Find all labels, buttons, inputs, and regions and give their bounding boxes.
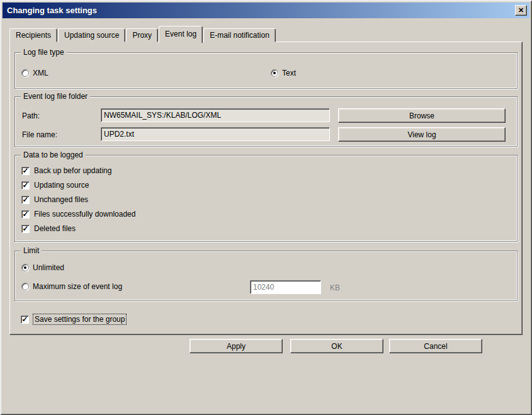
path-field[interactable]: NW65MAIL_SYS:/KLAB/LOG/XML [101, 108, 330, 122]
radio-xml[interactable]: XML [21, 68, 48, 78]
event-log-tab-panel: Log file type XML Text Event log file fo… [9, 42, 523, 335]
group-log-file-type-title: Log file type [21, 48, 67, 57]
check-icon: ✓ [21, 316, 28, 323]
check-icon: ✓ [22, 196, 28, 203]
radio-unlimited-label: Unlimited [33, 263, 64, 272]
apply-button[interactable]: Apply [190, 339, 283, 353]
tab-email-notification[interactable]: E-mail notification [203, 28, 276, 42]
cancel-button-label: Cancel [424, 342, 447, 351]
checkbox-box[interactable]: ✓ [21, 196, 30, 204]
cancel-button[interactable]: Cancel [389, 339, 482, 353]
group-event-log-file-folder: Event log file folder Path: NW65MAIL_SYS… [14, 96, 518, 147]
checkbox-back-up-befor-updating[interactable]: ✓ Back up befor updating [21, 166, 111, 176]
path-value: NW65MAIL_SYS:/KLAB/LOG/XML [104, 111, 221, 120]
tab-updating-source[interactable]: Updating source [58, 28, 125, 42]
radio-text[interactable]: Text [271, 68, 296, 78]
checkbox-files-successfully-downloaded[interactable]: ✓ Files successfully downloaded [21, 209, 135, 219]
checkbox-box[interactable]: ✓ [21, 181, 30, 190]
checkbox-label: Back up befor updating [34, 166, 111, 175]
group-limit-title: Limit [21, 246, 42, 255]
tab-proxy[interactable]: Proxy [126, 28, 158, 42]
browse-button-label: Browse [409, 111, 434, 120]
radio-maximum-size-label: Maximum size of event log [33, 282, 122, 291]
window-title: Changing task settings [7, 6, 515, 15]
checkbox-box[interactable]: ✓ [21, 316, 29, 324]
tab-event-log[interactable]: Event log [159, 26, 203, 43]
check-icon: ✓ [22, 181, 28, 189]
checkbox-unchanged-files[interactable]: ✓ Unchanged files [21, 195, 88, 205]
group-limit: Limit Unlimited Maximum size of event lo… [14, 251, 518, 301]
radio-unlimited-circle[interactable] [21, 264, 29, 271]
checkbox-box[interactable]: ✓ [21, 210, 30, 219]
checkbox-label: Deleted files [34, 224, 76, 233]
group-log-file-type: Log file type XML Text [14, 52, 518, 89]
view-log-button[interactable]: View log [338, 127, 506, 142]
file-name-value: UPD2.txt [104, 130, 134, 139]
close-icon: ✕ [518, 7, 524, 14]
tab-recipients[interactable]: Recipients [9, 28, 57, 42]
file-name-field[interactable]: UPD2.txt [101, 127, 330, 141]
max-size-input[interactable]: 10240 [250, 280, 321, 294]
view-log-button-label: View log [407, 130, 436, 139]
radio-maximum-size-circle[interactable] [21, 283, 29, 290]
tab-strip: Recipients Updating source Proxy Event l… [9, 25, 276, 42]
checkbox-deleted-files[interactable]: ✓ Deleted files [21, 224, 76, 234]
group-event-log-file-folder-title: Event log file folder [21, 92, 90, 101]
check-icon: ✓ [22, 167, 28, 174]
close-button[interactable]: ✕ [515, 5, 527, 16]
radio-xml-circle[interactable] [21, 69, 29, 77]
dialog-window: Changing task settings ✕ Recipients Upda… [0, 0, 532, 415]
radio-text-label: Text [282, 69, 296, 77]
radio-xml-label: XML [33, 69, 48, 77]
radio-unlimited[interactable]: Unlimited [21, 263, 64, 273]
checkbox-updating-source[interactable]: ✓ Updating source [21, 180, 89, 190]
path-label: Path: [22, 111, 40, 121]
ok-button-label: OK [331, 342, 342, 351]
radio-text-circle[interactable] [271, 69, 278, 77]
browse-button[interactable]: Browse [338, 108, 506, 123]
checkbox-save-settings-for-group[interactable]: ✓ Save settings for the group [21, 314, 126, 324]
check-icon: ✓ [22, 210, 28, 218]
group-data-to-be-logged: Data to be logged ✓ Back up befor updati… [14, 155, 518, 242]
check-icon: ✓ [22, 225, 28, 232]
checkbox-label: Updating source [34, 181, 89, 190]
max-size-unit-label: KB [330, 283, 340, 293]
checkbox-label: Save settings for the group [33, 314, 126, 324]
max-size-value: 10240 [253, 283, 274, 292]
radio-maximum-size[interactable]: Maximum size of event log [21, 281, 122, 292]
checkbox-box[interactable]: ✓ [21, 167, 30, 175]
apply-button-label: Apply [227, 342, 246, 351]
title-bar[interactable]: Changing task settings ✕ [3, 3, 529, 18]
checkbox-box[interactable]: ✓ [21, 225, 30, 233]
group-data-to-be-logged-title: Data to be logged [21, 151, 86, 159]
checkbox-label: Unchanged files [34, 195, 88, 204]
ok-button[interactable]: OK [290, 339, 383, 353]
checkbox-label: Files successfully downloaded [34, 210, 135, 219]
file-name-label: File name: [22, 130, 57, 140]
